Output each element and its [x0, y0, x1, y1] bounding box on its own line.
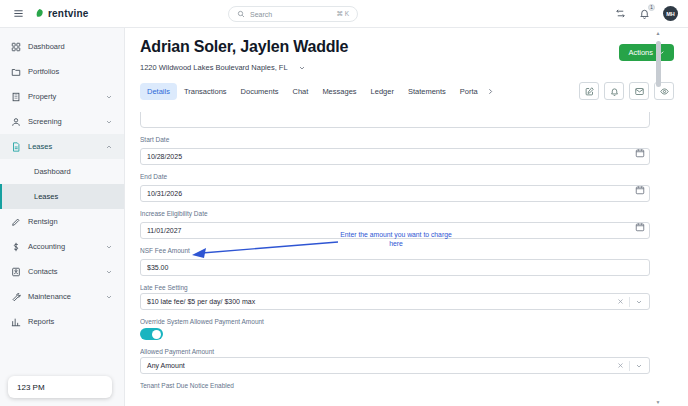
tab-messages[interactable]: Messages: [315, 83, 363, 100]
clipped-field[interactable]: [140, 112, 650, 128]
field-label: Override System Allowed Payment Amount: [140, 318, 650, 325]
sidebar-item-label: Property: [28, 92, 56, 101]
email-button[interactable]: [629, 82, 649, 100]
field-label: Allowed Payment Amount: [140, 348, 650, 355]
scroll-up-icon[interactable]: ▲: [654, 28, 662, 37]
lease-details-form: Start Date End Date Increase Eligibility…: [140, 112, 688, 388]
override-payment-toggle[interactable]: [140, 328, 163, 340]
divider: [629, 361, 630, 371]
page-title: Adrian Soler, Jaylen Waddle: [140, 38, 688, 56]
field-nsf-fee-amount: NSF Fee Amount: [140, 247, 650, 276]
chevron-down-icon[interactable]: [635, 298, 643, 306]
sidebar-subitem-label: Dashboard: [34, 167, 71, 176]
hamburger-menu-icon[interactable]: [10, 6, 26, 22]
chevron-down-icon[interactable]: [298, 64, 306, 72]
sidebar-item-dashboard[interactable]: Dashboard: [0, 34, 124, 59]
clear-x-icon[interactable]: [617, 362, 624, 369]
tab-ledger[interactable]: Ledger: [364, 83, 401, 100]
select-value: Any Amount: [147, 362, 185, 369]
nsf-fee-amount-input[interactable]: [140, 259, 650, 276]
late-fee-setting-select[interactable]: $10 late fee/ $5 per day/ $300 max: [140, 293, 650, 310]
search-shortcut: ⌘ K: [336, 10, 349, 18]
sidebar-item-label: Leases: [28, 142, 52, 151]
pencil-square-icon: [585, 87, 594, 96]
dollar-icon: [11, 242, 21, 252]
allowed-payment-amount-select[interactable]: Any Amount: [140, 357, 650, 374]
pen-icon: [11, 217, 21, 227]
toggle-knob: [152, 330, 161, 339]
chevron-down-icon: [105, 118, 113, 126]
field-label: Increase Eligibility Date: [140, 210, 650, 217]
scrollbar-thumb[interactable]: [656, 41, 661, 87]
brand-name: rentvine: [48, 8, 89, 19]
sidebar-item-label: Screening: [28, 117, 62, 126]
search-placeholder: Search: [250, 11, 272, 18]
actions-button-label: Actions: [628, 48, 653, 57]
field-allowed-payment-amount: Allowed Payment Amount Any Amount: [140, 348, 650, 374]
lease-document-icon: [11, 142, 21, 152]
tab-portal[interactable]: Porta: [453, 83, 485, 100]
start-date-input[interactable]: [140, 148, 650, 165]
search-input[interactable]: Search ⌘ K: [228, 6, 358, 22]
select-value: $10 late fee/ $5 per day/ $300 max: [147, 298, 255, 305]
avatar[interactable]: MH: [663, 6, 678, 21]
sidebar-item-accounting[interactable]: Accounting: [0, 234, 124, 259]
field-increase-eligibility-date: Increase Eligibility Date: [140, 210, 650, 239]
chevron-down-icon: [105, 293, 113, 301]
leaf-icon: [34, 8, 45, 19]
tab-chat[interactable]: Chat: [286, 83, 316, 100]
sidebar-item-contacts[interactable]: Contacts: [0, 259, 124, 284]
time-overlay-badge: 123 PM: [8, 376, 112, 398]
end-date-input[interactable]: [140, 185, 650, 202]
sidebar-subitem-leases-leases[interactable]: Leases: [0, 184, 124, 209]
tab-bar: Details Transactions Documents Chat Mess…: [140, 82, 688, 100]
field-start-date: Start Date: [140, 136, 650, 165]
scrollbar-track[interactable]: [654, 37, 662, 397]
screening-icon: [11, 117, 21, 127]
clear-x-icon[interactable]: [617, 298, 624, 305]
chevron-down-icon: [105, 268, 113, 276]
field-label: NSF Fee Amount: [140, 247, 650, 254]
bell-icon: [610, 87, 619, 96]
property-address: 1220 Wildwood Lakes Boulevard Naples, FL: [140, 63, 288, 72]
sidebar-item-screening[interactable]: Screening: [0, 109, 124, 134]
sidebar-item-label: Maintenance: [28, 292, 71, 301]
edit-note-button[interactable]: [579, 82, 599, 100]
search-icon: [237, 10, 245, 18]
sidebar-item-property[interactable]: Property: [0, 84, 124, 109]
sidebar-item-portfolios[interactable]: Portfolios: [0, 59, 124, 84]
main-content: Adrian Soler, Jaylen Waddle 1220 Wildwoo…: [125, 28, 688, 406]
actions-button[interactable]: Actions: [619, 44, 674, 61]
tab-documents[interactable]: Documents: [234, 83, 286, 100]
quick-actions-icon[interactable]: [615, 8, 626, 19]
vertical-scrollbar[interactable]: ▲ ▼: [654, 28, 662, 406]
field-label: End Date: [140, 173, 650, 180]
sidebar-item-rentsign[interactable]: Rentsign: [0, 209, 124, 234]
chevron-down-icon[interactable]: [635, 362, 643, 370]
sidebar-item-reports[interactable]: Reports: [0, 309, 124, 334]
sidebar-item-label: Accounting: [28, 242, 65, 251]
chevron-down-icon: [105, 243, 113, 251]
contacts-icon: [11, 267, 21, 277]
sidebar-item-label: Reports: [28, 317, 54, 326]
topbar: rentvine Search ⌘ K 1 MH: [0, 0, 688, 28]
tab-details[interactable]: Details: [140, 83, 177, 100]
field-late-fee-setting: Late Fee Setting $10 late fee/ $5 per da…: [140, 284, 650, 310]
increase-eligibility-date-input[interactable]: [140, 222, 650, 239]
sidebar-item-leases[interactable]: Leases: [0, 134, 124, 159]
dashboard-icon: [11, 42, 21, 52]
sidebar: Dashboard Portfolios Property Screening …: [0, 28, 125, 406]
sidebar-item-maintenance[interactable]: Maintenance: [0, 284, 124, 309]
field-override-system-allowed-payment: Override System Allowed Payment Amount: [140, 318, 650, 340]
rentvine-logo[interactable]: rentvine: [34, 8, 89, 19]
tab-statements[interactable]: Statements: [401, 83, 453, 100]
chart-icon: [11, 317, 21, 327]
sidebar-item-label: Dashboard: [28, 42, 65, 51]
tab-transactions[interactable]: Transactions: [177, 83, 234, 100]
sidebar-subitem-leases-dashboard[interactable]: Dashboard: [0, 159, 124, 184]
scroll-down-icon[interactable]: ▼: [654, 397, 662, 406]
tabs-scroll-right-icon[interactable]: [486, 87, 495, 96]
alerts-button[interactable]: [604, 82, 624, 100]
building-icon: [11, 92, 21, 102]
notifications-bell-icon[interactable]: 1: [639, 8, 650, 19]
